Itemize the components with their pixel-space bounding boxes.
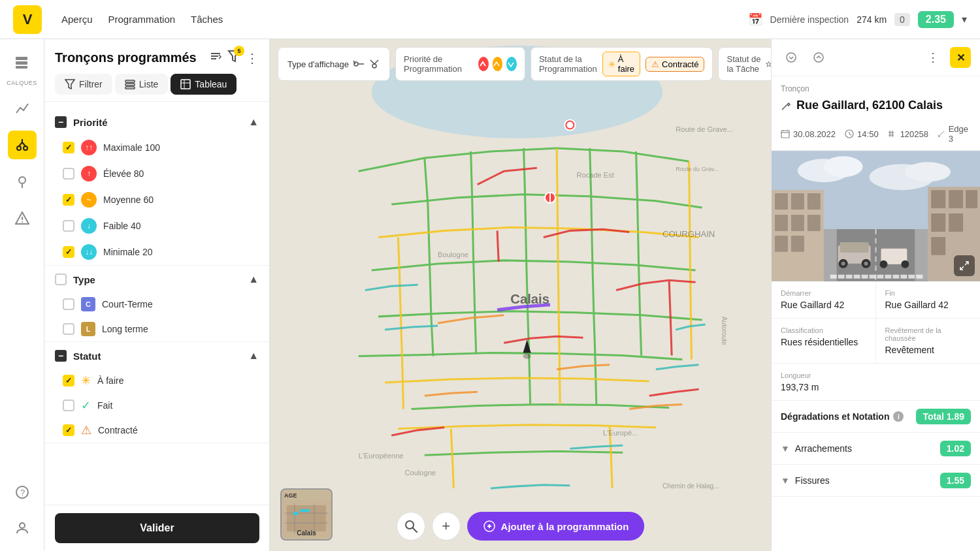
tab-liste[interactable]: Liste [115,74,169,95]
status-contracte-badge[interactable]: ⚠ Contracté [645,57,704,72]
priority-min-checkbox[interactable] [63,246,74,258]
arrachements-chevron[interactable]: ▼ [781,443,790,454]
inspection-chevron[interactable]: ▾ [962,13,967,25]
nav-programmation[interactable]: Programmation [108,11,176,27]
status-faire-badge[interactable]: ✳ À faire [602,52,640,76]
svg-rect-100 [931,237,945,255]
total-badge: Total 1.89 [916,409,971,424]
statut-contracte-checkbox[interactable] [63,424,74,436]
filter-icon[interactable]: 5 [227,50,240,66]
warning-small-icon: ⚠ [81,423,91,437]
statut-chevron[interactable]: ▲ [248,350,259,362]
priority-mid-checkbox[interactable] [63,194,74,206]
type-long-item[interactable]: L Long terme [44,317,269,341]
svg-rect-88 [808,193,821,210]
priority-low-checkbox[interactable] [63,220,74,232]
priority-dot-red[interactable] [478,57,489,71]
svg-point-82 [824,156,863,177]
statut-header[interactable]: − Statut ▲ [44,342,269,368]
statut-afaire-item[interactable]: ✳ À faire [44,368,269,393]
type-court-checkbox[interactable] [63,298,74,310]
svg-rect-104 [915,229,928,281]
statut-afaire-checkbox[interactable] [63,375,74,386]
add-programmation-button[interactable]: Ajouter à la programmation [467,512,645,541]
rp-revetement-cell: Revêtement de la chaussée Revêtement [876,319,981,364]
svg-rect-2 [16,66,27,69]
svg-marker-20 [65,80,74,89]
statut-fait-item[interactable]: ✓ Fait [44,393,269,418]
type-chevron[interactable]: ▲ [248,274,259,285]
fissures-chevron[interactable]: ▼ [781,475,790,486]
map-search-button[interactable] [397,512,425,541]
rp-section-label: Tronçon [772,76,980,96]
type-header[interactable]: Type ▲ [44,266,269,292]
nav-apercu[interactable]: Aperçu [61,11,93,27]
rp-more-icon[interactable]: ⋮ [923,47,943,68]
priority-chevron[interactable]: ▲ [248,116,259,128]
rp-longueur-cell: Longueur 193,73 m [772,364,980,401]
more-icon[interactable]: ⋮ [246,50,259,66]
revetement-label: Revêtement de la chaussée [885,326,972,342]
type-court-item[interactable]: C Court-Terme [44,292,269,317]
valider-button[interactable]: Valider [55,513,259,543]
priority-low-item[interactable]: ↓ Faible 40 [44,213,269,239]
priority-max-checkbox[interactable] [63,142,74,153]
map-zoom-button[interactable]: + [432,512,461,541]
image-expand-button[interactable] [954,255,975,276]
svg-rect-23 [125,87,135,89]
rp-down-icon[interactable] [781,47,802,68]
check-icon: ✓ [81,398,91,413]
priority-dot-green[interactable] [506,57,517,71]
status-task-group: Statut de la Tâche [718,47,771,81]
svg-rect-115 [838,275,845,279]
revetement-value: Revêtement [885,345,972,355]
type-checkbox[interactable] [55,274,67,285]
svg-rect-92 [775,236,788,252]
status-task-label: Statut de la Tâche [727,54,762,74]
svg-rect-93 [791,236,804,252]
svg-text:?: ? [20,488,25,497]
rp-close-button[interactable]: ✕ [950,47,971,68]
layers-label: CALQUES [7,80,37,86]
priority-high-checkbox[interactable] [63,168,74,180]
street-image [772,151,980,281]
inspection-badge: 0 [894,13,910,26]
sort-icon[interactable] [209,50,222,66]
inspection-km: 274 km [857,14,887,25]
tab-filtrer[interactable]: Filtrer [55,74,112,95]
display-type-btn[interactable]: Type d'affichage [278,47,390,81]
info-icon[interactable]: i [893,411,904,422]
user-icon-btn[interactable] [8,513,37,542]
statut-afaire-label: À faire [97,375,123,386]
priority-high-item[interactable]: ↑ Élevée 80 [44,161,269,187]
pin-icon-btn[interactable] [8,167,37,196]
nav-taches[interactable]: Tâches [191,11,223,27]
layers-icon-btn[interactable] [7,48,36,77]
tab-tableau[interactable]: Tableau [171,74,237,95]
help-icon-btn[interactable]: ? [8,478,37,507]
statut-title: Statut [73,351,101,362]
priority-min-item[interactable]: ↓↓ Minimale 20 [44,239,269,265]
svg-rect-114 [830,275,837,279]
rp-up-icon[interactable] [808,47,829,68]
warning-icon-btn[interactable] [8,204,37,232]
priority-mid-item[interactable]: ~ Moyenne 60 [44,187,269,213]
type-long-checkbox[interactable] [63,323,74,335]
time-icon [845,129,854,138]
priority-dot-orange[interactable] [493,57,503,71]
statut-contracte-item[interactable]: ⚠ Contracté [44,418,269,443]
chart-icon-btn[interactable] [8,94,37,123]
rp-classification-cell: Classification Rues résidentielles [772,319,876,364]
minus-icon: − [55,116,67,128]
type-section: Type ▲ C Court-Terme L Long terme [44,266,269,342]
svg-rect-87 [791,193,804,210]
degradation-fissures[interactable]: ▼ Fissures 1.55 [772,465,980,497]
minimap[interactable]: AGE Calais [280,488,333,541]
priority-header[interactable]: − Priorité ▲ [44,108,269,134]
app-logo[interactable]: V [13,5,42,34]
svg-rect-1 [16,61,27,65]
degradation-arrachements[interactable]: ▼ Arrachements 1.02 [772,433,980,465]
priority-max-item[interactable]: ↑↑ Maximale 100 [44,134,269,161]
statut-fait-checkbox[interactable] [63,400,74,411]
cut-icon-btn[interactable] [8,131,37,159]
